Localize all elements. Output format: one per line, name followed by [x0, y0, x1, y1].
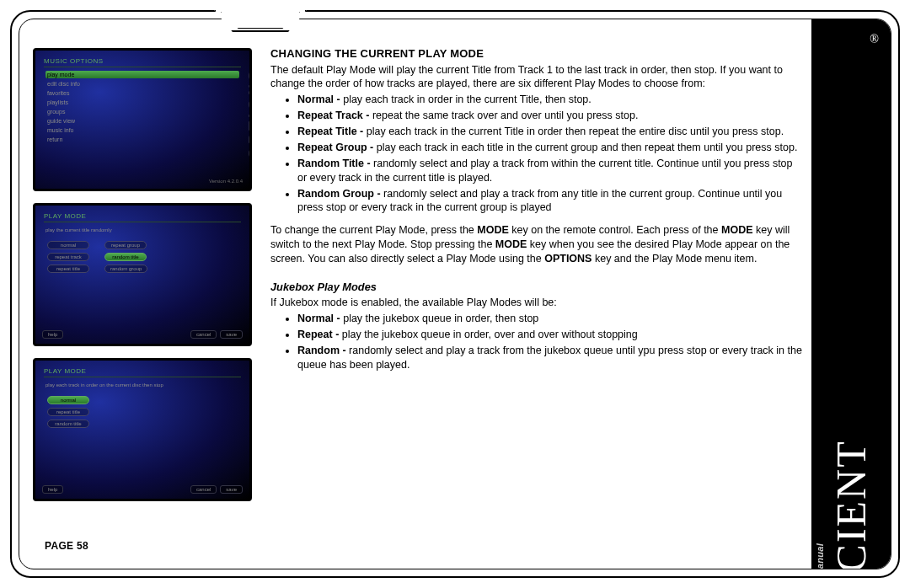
- screenshot-button-row: help cancel save: [42, 485, 243, 494]
- list-item: Random Group - randomly select and play …: [297, 187, 803, 216]
- heading-jukebox-play-modes: Jukebox Play Modes: [270, 280, 803, 294]
- screenshot-music-options: MUSIC OPTIONS play mode edit disc info f…: [33, 48, 252, 191]
- mode-pill: repeat title: [47, 265, 89, 273]
- cancel-button: cancel: [190, 330, 217, 339]
- mode-pill: normal: [47, 396, 89, 404]
- screenshot-header: MUSIC OPTIONS: [35, 51, 249, 67]
- version-label: Version 4.2.0.4: [209, 179, 243, 184]
- intro-paragraph: The default Play Mode will play the curr…: [270, 63, 803, 92]
- mode-pill: normal: [47, 241, 89, 249]
- registered-mark: ®: [870, 33, 879, 46]
- menu-item: groups: [46, 108, 239, 115]
- menu-item: edit disc info: [46, 80, 239, 88]
- menu-item: guide view: [46, 117, 239, 125]
- list-item: Random - randomly select and play a trac…: [297, 344, 803, 372]
- menu-item: music info: [46, 126, 239, 134]
- content-row: MUSIC OPTIONS play mode edit disc info f…: [19, 19, 891, 569]
- list-item: Repeat Group - play each track in each t…: [297, 141, 803, 155]
- list-item: Normal - play each track in order in the…: [297, 93, 803, 107]
- save-button: save: [220, 485, 243, 494]
- screenshot-subtitle: play each track in order on the current …: [35, 381, 249, 393]
- menu-item: return: [46, 136, 239, 143]
- escient-logo: ESCIENT: [827, 440, 875, 569]
- options-side-label: OPTIONS: [246, 67, 252, 159]
- page-outer-frame: MUSIC OPTIONS play mode edit disc info f…: [10, 10, 900, 578]
- change-mode-paragraph: To change the current Play Mode, press t…: [270, 223, 803, 266]
- page-number: PAGE 58: [45, 540, 88, 552]
- screenshot-subtitle: play the current title randomly: [35, 226, 249, 238]
- save-button: save: [220, 330, 243, 339]
- screenshot-play-mode-random: PLAY MODE play the current title randoml…: [33, 203, 252, 346]
- screenshot-header: PLAY MODE: [35, 206, 249, 222]
- jukebox-modes-list: Normal - play the jukebox queue in order…: [270, 312, 803, 372]
- main-text-column: CHANGING THE CURRENT PLAY MODE The defau…: [264, 19, 811, 569]
- mode-pill: repeat track: [47, 253, 89, 261]
- menu-item: playlists: [46, 99, 239, 106]
- mode-pill: random title: [47, 420, 89, 428]
- screenshots-column: MUSIC OPTIONS play mode edit disc info f…: [19, 19, 264, 569]
- list-item: Random Title - randomly select and play …: [297, 157, 803, 185]
- play-modes-list: Normal - play each track in order in the…: [270, 93, 803, 215]
- screenshot-play-mode-normal: PLAY MODE play each track in order on th…: [33, 358, 252, 501]
- menu-item: favorites: [46, 89, 239, 97]
- help-button: help: [42, 330, 63, 339]
- page-inner-frame: MUSIC OPTIONS play mode edit disc info f…: [19, 19, 891, 569]
- screenshot-button-row: help cancel save: [42, 330, 243, 339]
- mode-pill: repeat group: [104, 241, 147, 249]
- mode-pill: random group: [104, 265, 147, 273]
- brand-sidebar: ® FireBall™ AVX & MX Series User's Manua…: [811, 19, 891, 569]
- list-item: Repeat Track - repeat the same track ove…: [297, 109, 803, 123]
- heading-changing-play-mode: CHANGING THE CURRENT PLAY MODE: [270, 46, 803, 61]
- mode-pill: random title: [104, 253, 147, 261]
- list-item: Repeat Title - play each track in the cu…: [297, 125, 803, 139]
- menu-item: play mode: [46, 71, 239, 78]
- jukebox-intro: If Jukebox mode is enabled, the availabl…: [270, 296, 803, 310]
- list-item: Normal - play the jukebox queue in order…: [297, 312, 803, 326]
- screenshot-header: PLAY MODE: [35, 361, 249, 377]
- cancel-button: cancel: [190, 485, 217, 494]
- mode-pill: repeat title: [47, 408, 89, 416]
- help-button: help: [42, 485, 63, 494]
- list-item: Repeat - play the jukebox queue in order…: [297, 328, 803, 342]
- manual-title: FireBall™ AVX & MX Series User's Manual: [815, 543, 825, 569]
